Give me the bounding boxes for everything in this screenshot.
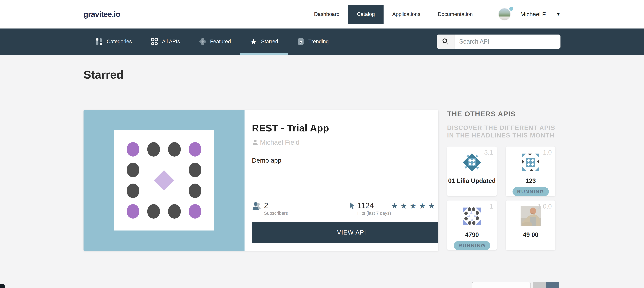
nav-documentation[interactable]: Documentation xyxy=(429,5,482,24)
rating-stars[interactable]: ★ ★ ★ ★ ★ xyxy=(391,202,435,210)
api-card-version: 1 xyxy=(490,203,493,210)
subnav-starred[interactable]: ★ Starred xyxy=(240,28,288,55)
api-card-name: 123 xyxy=(526,177,536,184)
pattern-dot xyxy=(147,142,160,156)
api-logo-diamond xyxy=(462,152,482,172)
status-badge: RUNNING xyxy=(454,241,490,250)
notification-dot xyxy=(509,7,513,11)
pattern-dot xyxy=(189,163,202,177)
api-stats: 2 Subscribers 1124 Hits (last 7 days) xyxy=(252,202,438,216)
top-nav: Dashboard Catalog Applications Documenta… xyxy=(306,0,482,28)
chevron-down-icon[interactable]: ▼ xyxy=(556,12,560,17)
api-card-lilia[interactable]: 3.1 xyxy=(447,146,497,196)
subnav-label: Starred xyxy=(261,38,278,44)
trending-icon xyxy=(297,38,305,46)
rating-stat: ★ ★ ★ ★ ★ 1 Note xyxy=(391,202,438,216)
avatar[interactable] xyxy=(498,8,511,20)
featured-icon xyxy=(199,38,206,46)
star-icon: ★ xyxy=(250,38,258,46)
search-input[interactable] xyxy=(454,34,560,48)
grid-view-button[interactable] xyxy=(533,282,546,288)
catalog-subnav: Categories All APIs xyxy=(0,28,644,55)
pattern-dot xyxy=(126,184,139,198)
subscribers-stat: 2 Subscribers xyxy=(252,202,288,216)
subnav-featured[interactable]: Featured xyxy=(189,28,240,55)
nav-applications[interactable]: Applications xyxy=(384,5,429,24)
user-menu[interactable]: Michael F. ▼ xyxy=(498,8,560,20)
page-title: Starred xyxy=(84,68,560,81)
search-icon xyxy=(437,34,454,48)
search-box xyxy=(437,34,560,48)
filter-results-select[interactable]: Filter the results... ▼ xyxy=(472,282,531,288)
pattern-dot xyxy=(168,142,181,156)
pattern-dot xyxy=(126,204,139,218)
featured-api-card: REST - Trial App 1 Michael Field Demo ap… xyxy=(84,110,438,251)
api-card-version: 1.0 xyxy=(543,149,552,156)
api-grid: 3.1 xyxy=(447,146,556,250)
nav-catalog[interactable]: Catalog xyxy=(348,5,384,24)
subnav-trending[interactable]: Trending xyxy=(288,28,338,55)
pattern-dot xyxy=(168,204,181,218)
api-cover-pattern xyxy=(114,130,214,230)
api-logo-dots xyxy=(462,206,482,226)
sidebar-subtitle: DISCOVER THE DIFFERENT APIS IN THE HEADL… xyxy=(447,124,556,139)
list-view-button[interactable] xyxy=(546,282,559,288)
hits-stat: 1124 Hits (last 7 days) xyxy=(348,202,391,216)
star-icon[interactable]: ★ xyxy=(400,202,407,210)
cursor-icon xyxy=(348,202,356,212)
pattern-dot xyxy=(126,163,139,177)
api-card-version: 1.0.0 xyxy=(538,203,552,210)
view-api-button[interactable]: VIEW API xyxy=(252,222,438,243)
subnav-label: Featured xyxy=(210,38,231,44)
api-card-version: 3.1 xyxy=(484,149,493,156)
status-badge: RUNNING xyxy=(512,187,549,196)
categories-icon xyxy=(95,38,103,46)
api-cover-image xyxy=(84,110,244,251)
user-name: Michael F. xyxy=(520,11,547,18)
api-card-name: 4790 xyxy=(465,231,479,238)
subnav-label: Categories xyxy=(107,38,132,44)
api-card-name: 49 00 xyxy=(523,231,538,238)
top-header: gravitee.io Dashboard Catalog Applicatio… xyxy=(0,0,644,28)
pattern-dot xyxy=(189,204,202,218)
person-icon xyxy=(252,139,258,146)
logo-text: gravitee.io xyxy=(84,10,120,18)
footer-corner-chip xyxy=(0,284,5,288)
pattern-dot xyxy=(189,142,202,156)
sidebar-title: THE OTHERS APIS xyxy=(447,110,556,118)
api-title: REST - Trial App xyxy=(252,122,438,134)
api-logo-pinwheel xyxy=(520,152,541,172)
pattern-dot xyxy=(126,142,139,156)
pattern-dot xyxy=(147,204,160,218)
all-apis-icon xyxy=(150,38,158,46)
view-mode-toggle xyxy=(533,282,559,288)
gravitee-logo[interactable]: gravitee.io xyxy=(84,10,120,19)
subscribers-label: Subscribers xyxy=(264,211,288,216)
hits-value: 1124 xyxy=(358,202,391,210)
others-apis-sidebar: THE OTHERS APIS DISCOVER THE DIFFERENT A… xyxy=(447,110,556,251)
nav-dashboard[interactable]: Dashboard xyxy=(306,5,348,24)
subnav-categories[interactable]: Categories xyxy=(86,28,141,55)
subnav-label: All APIs xyxy=(162,38,180,44)
pattern-dot xyxy=(189,184,202,198)
api-card-4900[interactable]: 1.0.0 49 00 xyxy=(506,200,556,250)
star-icon[interactable]: ★ xyxy=(419,202,426,210)
api-card-4790[interactable]: 1 xyxy=(447,200,497,250)
subnav-all-apis[interactable]: All APIs xyxy=(141,28,189,55)
header-divider xyxy=(489,5,489,24)
star-icon[interactable]: ★ xyxy=(391,202,398,210)
subscribers-icon xyxy=(252,202,262,212)
api-description: Demo app xyxy=(252,157,438,164)
api-card-123[interactable]: 1.0 xyxy=(506,146,556,196)
star-icon[interactable]: ★ xyxy=(428,202,435,210)
subnav-label: Trending xyxy=(308,38,329,44)
api-card-name: 01 Lilia Updated xyxy=(448,177,496,184)
star-icon[interactable]: ★ xyxy=(410,202,416,210)
api-owner: Michael Field xyxy=(260,139,300,146)
subscribers-value: 2 xyxy=(264,202,288,210)
hits-label: Hits (last 7 days) xyxy=(358,211,391,216)
